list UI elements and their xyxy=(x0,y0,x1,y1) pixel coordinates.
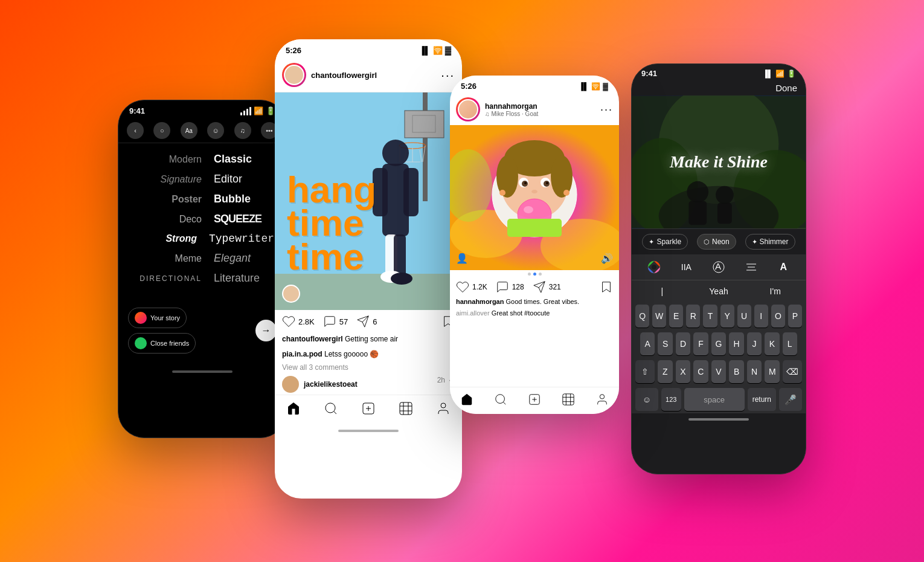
key-o[interactable]: O xyxy=(771,305,785,328)
search-nav[interactable] xyxy=(324,401,338,416)
key-s[interactable]: S xyxy=(658,332,672,355)
numbers-key[interactable]: 123 xyxy=(661,388,681,411)
caption-username[interactable]: chantouflowergirl xyxy=(282,335,343,343)
story-text[interactable]: Make it Shine xyxy=(670,152,768,172)
key-j[interactable]: J xyxy=(747,332,762,355)
key-z[interactable]: Z xyxy=(658,360,673,383)
key-u[interactable]: U xyxy=(737,305,751,328)
font-elegant[interactable]: Elegant xyxy=(214,252,274,265)
home-nav[interactable] xyxy=(286,401,301,416)
person-icon[interactable]: 👤 xyxy=(456,253,468,264)
suggestion-1[interactable]: | xyxy=(634,284,690,299)
sticker-tool[interactable]: ☺ xyxy=(207,122,224,139)
more-options-button[interactable]: ··· xyxy=(441,68,455,82)
font-signature[interactable]: Signature xyxy=(147,174,202,185)
suggestion-im[interactable]: I'm xyxy=(747,284,803,299)
like-action[interactable]: 2.8K xyxy=(282,315,315,328)
neon-style-button[interactable]: ⬡ Neon xyxy=(697,234,736,250)
phone3-commenter[interactable]: aimi.allover xyxy=(456,309,490,317)
color-picker-tool[interactable] xyxy=(645,258,663,276)
microphone-key[interactable]: 🎤 xyxy=(779,388,802,411)
phone3-comment[interactable]: 128 xyxy=(496,280,524,294)
font-strong[interactable]: Strong xyxy=(143,233,197,244)
emoji-key[interactable]: ☺ xyxy=(635,388,658,411)
key-a[interactable]: A xyxy=(640,332,655,355)
key-p[interactable]: P xyxy=(788,305,802,328)
key-q[interactable]: Q xyxy=(635,305,649,328)
font-classic[interactable]: Classic xyxy=(214,153,274,166)
font-bubble[interactable]: Bubble xyxy=(214,193,274,205)
key-h[interactable]: H xyxy=(729,332,743,355)
key-x[interactable]: X xyxy=(676,360,691,383)
font-typewriter[interactable]: Typewriter xyxy=(209,233,274,245)
phone3-add-nav[interactable] xyxy=(527,392,542,407)
key-c[interactable]: C xyxy=(693,360,708,383)
space-key[interactable]: space xyxy=(684,388,745,411)
font-modern[interactable]: Modern xyxy=(147,154,202,165)
key-l[interactable]: L xyxy=(783,332,797,355)
key-k[interactable]: K xyxy=(765,332,779,355)
key-m[interactable]: M xyxy=(765,360,780,383)
key-n[interactable]: N xyxy=(747,360,762,383)
sparkle-style-button[interactable]: ✦ Sparkle xyxy=(642,234,688,250)
status-icons-phone2: ▐▌ 🛜 ▓ xyxy=(419,45,451,55)
reels-nav[interactable] xyxy=(399,401,413,416)
shift-key[interactable]: ⇧ xyxy=(635,360,655,383)
key-d[interactable]: D xyxy=(676,332,690,355)
text-tool[interactable]: Aa xyxy=(181,122,197,139)
phone3-reels-nav[interactable] xyxy=(561,392,576,407)
phone3-share[interactable]: 321 xyxy=(533,280,561,294)
more-options-phone3[interactable]: ··· xyxy=(600,103,613,116)
music-tool[interactable]: ♫ xyxy=(234,122,251,139)
font-squeeze[interactable]: SQUEEZE xyxy=(214,213,274,225)
font-literature[interactable]: Literature xyxy=(214,272,274,285)
font-poster[interactable]: Poster xyxy=(147,194,202,205)
next-button[interactable]: → xyxy=(255,320,277,341)
close-friends-button[interactable]: Close friends xyxy=(128,333,196,354)
commenter2-name[interactable]: jackielikestoeat xyxy=(304,380,358,389)
key-b[interactable]: B xyxy=(729,360,744,383)
text-align-lines-tool[interactable] xyxy=(742,258,760,276)
key-g[interactable]: G xyxy=(711,332,726,355)
comment-action[interactable]: 57 xyxy=(323,315,348,328)
phone3-like[interactable]: 1.2K xyxy=(456,280,487,294)
font-tool[interactable]: IIA xyxy=(677,258,695,276)
done-button[interactable]: Done xyxy=(775,83,797,93)
add-nav[interactable] xyxy=(361,401,376,416)
text-align-tool[interactable]: A xyxy=(710,258,728,276)
your-story-button[interactable]: Your story xyxy=(128,308,187,328)
key-v[interactable]: V xyxy=(711,360,727,383)
suggestion-yeah[interactable]: Yeah xyxy=(691,284,747,299)
share-action[interactable]: 6 xyxy=(356,315,377,328)
profile-nav[interactable] xyxy=(436,401,451,416)
return-key[interactable]: return xyxy=(748,388,776,411)
font-directional[interactable]: DIRECTIONAL xyxy=(140,274,202,283)
key-r[interactable]: R xyxy=(686,305,700,328)
phone3-caption-user[interactable]: hannahmorgan xyxy=(456,298,504,305)
commenter-name[interactable]: pia.in.a.pod xyxy=(282,350,322,358)
post-username[interactable]: chantouflowergirl xyxy=(311,71,377,80)
view-all-comments[interactable]: View all 3 comments xyxy=(275,363,462,374)
phone3-home-nav[interactable] xyxy=(460,392,474,407)
key-w[interactable]: W xyxy=(652,305,666,328)
back-button[interactable]: ‹ xyxy=(127,122,144,139)
font-size-tool[interactable]: A xyxy=(774,258,792,276)
phone3-save[interactable] xyxy=(600,280,613,294)
phone3-profile-nav[interactable] xyxy=(595,392,609,407)
key-f[interactable]: F xyxy=(693,332,708,355)
user-avatar-ring[interactable] xyxy=(282,63,306,87)
delete-key[interactable]: ⌫ xyxy=(783,360,802,383)
font-meme[interactable]: Meme xyxy=(147,253,202,264)
font-deco[interactable]: Deco xyxy=(147,214,202,225)
shimmer-style-button[interactable]: ✦ Shimmer xyxy=(745,234,795,250)
font-editor[interactable]: Editor xyxy=(214,173,274,186)
key-y[interactable]: Y xyxy=(720,305,734,328)
key-i[interactable]: I xyxy=(754,305,768,328)
phone3-search-nav[interactable] xyxy=(493,392,508,407)
draw-tool[interactable]: ○ xyxy=(153,122,170,139)
phone3-username[interactable]: hannahmorgan xyxy=(485,102,538,111)
phone3-avatar-ring[interactable] xyxy=(456,97,480,121)
volume-icon[interactable]: 🔊 xyxy=(601,253,613,264)
key-t[interactable]: T xyxy=(703,305,717,328)
key-e[interactable]: E xyxy=(669,305,683,328)
